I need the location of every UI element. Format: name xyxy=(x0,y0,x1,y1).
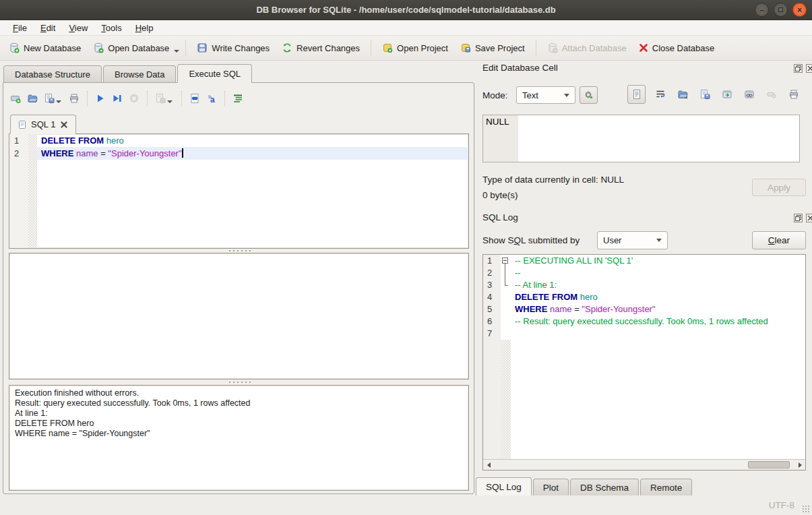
tab-database-structure[interactable]: Database Structure xyxy=(3,65,102,83)
open-sql-file-button[interactable] xyxy=(27,93,38,104)
open-database-button[interactable]: Open Database xyxy=(87,38,175,58)
save-results-icon xyxy=(155,93,166,104)
close-database-button[interactable]: Close Database xyxy=(633,38,721,58)
log-horizontal-scrollbar[interactable] xyxy=(483,459,805,470)
float-panel-icon[interactable] xyxy=(794,214,803,222)
scroll-left-icon[interactable] xyxy=(483,460,494,470)
scrollbar-thumb[interactable] xyxy=(748,461,790,468)
scroll-right-icon[interactable] xyxy=(794,460,805,470)
tab-db-schema[interactable]: DB Schema xyxy=(570,479,639,495)
apply-button[interactable]: Apply xyxy=(752,179,806,196)
import-icon xyxy=(677,89,688,100)
print-sql-button[interactable] xyxy=(69,93,80,104)
close-database-icon xyxy=(639,43,648,53)
execution-message-pane[interactable]: Execution finished without errors. Resul… xyxy=(9,385,469,491)
fold-collapse-icon[interactable] xyxy=(502,258,508,264)
export-cell-data-button[interactable] xyxy=(695,86,714,103)
stop-button[interactable] xyxy=(129,93,139,104)
log-line-1: 1 -- EXECUTING ALL IN 'SQL 1' xyxy=(483,255,805,267)
execute-all-button[interactable] xyxy=(95,93,106,104)
maximize-button[interactable] xyxy=(774,3,788,17)
menu-bar: File Edit View Tools Help xyxy=(0,20,812,36)
log-line-7: 7 xyxy=(483,328,805,340)
new-database-button[interactable]: New Database xyxy=(3,38,87,58)
menu-help[interactable]: Help xyxy=(129,22,160,34)
new-tab-icon xyxy=(10,93,21,104)
text-mode-button[interactable] xyxy=(627,85,646,104)
menu-file[interactable]: File xyxy=(7,22,33,34)
sql-code-editor[interactable]: 1 DELETE FROM hero 2 WHERE name = "Spide… xyxy=(9,133,469,249)
close-panel-icon[interactable] xyxy=(806,214,812,222)
format-indent-icon xyxy=(232,93,243,104)
set-null-button[interactable] xyxy=(762,86,780,103)
dock-tab-bar: SQL Log Plot DB Schema Remote xyxy=(476,477,693,495)
word-wrap-icon xyxy=(655,89,666,100)
tab-browse-data[interactable]: Browse Data xyxy=(103,65,176,83)
close-button[interactable]: × xyxy=(792,3,807,17)
log-line-4: 4 DELETE FROM hero xyxy=(483,291,805,303)
find-button[interactable] xyxy=(189,93,200,104)
tab-execute-sql[interactable]: Execute SQL xyxy=(177,64,252,83)
sql-log-dock-header[interactable]: SQL Log xyxy=(482,212,518,222)
write-changes-button[interactable]: Write Changes xyxy=(191,38,276,58)
save-sql-dropdown-icon[interactable] xyxy=(56,100,61,103)
sql-document-tab[interactable]: SQL 1 xyxy=(10,115,76,134)
close-tab-icon[interactable] xyxy=(59,120,69,129)
tab-plot[interactable]: Plot xyxy=(533,479,569,495)
word-wrap-button[interactable] xyxy=(651,86,669,103)
open-database-icon xyxy=(93,42,104,53)
minimize-button[interactable]: – xyxy=(755,3,769,17)
import-cell-data-button[interactable] xyxy=(673,86,691,103)
stop-icon xyxy=(129,93,139,104)
open-database-dropdown-icon[interactable] xyxy=(174,50,179,53)
print-icon xyxy=(788,89,799,100)
open-project-button[interactable]: Open Project xyxy=(376,38,454,58)
window-title: DB Browser for SQLite - /home/user/code/… xyxy=(256,5,555,15)
print-icon xyxy=(69,93,80,104)
apply-mode-button[interactable] xyxy=(580,86,598,104)
db-browser-window: DB Browser for SQLite - /home/user/code/… xyxy=(0,0,812,515)
log-line-3: 3 -- At line 1: xyxy=(483,279,805,291)
open-in-external-button[interactable] xyxy=(718,86,736,103)
execute-all-icon xyxy=(95,93,106,104)
svg-text:a: a xyxy=(210,95,215,104)
log-filter-select[interactable]: User xyxy=(597,231,668,249)
menu-tools[interactable]: Tools xyxy=(95,22,127,34)
title-bar[interactable]: DB Browser for SQLite - /home/user/code/… xyxy=(0,0,812,20)
copy-link-button[interactable] xyxy=(740,86,758,103)
query-results-pane[interactable] xyxy=(9,253,469,380)
save-results-button[interactable] xyxy=(155,93,166,104)
attach-database-button[interactable]: Attach Database xyxy=(541,38,633,58)
cell-editor[interactable]: NULL xyxy=(482,115,800,162)
save-file-icon xyxy=(44,93,55,104)
save-results-dropdown-icon[interactable] xyxy=(167,100,173,103)
save-sql-file-button[interactable] xyxy=(44,93,55,104)
save-project-icon xyxy=(460,42,471,53)
format-sql-button[interactable] xyxy=(232,93,243,104)
tab-remote[interactable]: Remote xyxy=(640,479,692,495)
cell-size-info: 0 byte(s) xyxy=(482,190,518,200)
editor-line-2: 2 WHERE name = "Spider-Youngster" xyxy=(9,147,468,160)
resize-grip[interactable] xyxy=(802,505,810,513)
cell-value: NULL xyxy=(486,117,509,127)
cell-type-info: Type of data currently in cell: NULL xyxy=(482,175,624,185)
print-cell-button[interactable] xyxy=(784,86,803,103)
new-sql-tab-button[interactable] xyxy=(10,93,21,104)
clear-log-button[interactable]: Clear xyxy=(752,231,806,249)
sql-log-view[interactable]: 1 -- EXECUTING ALL IN 'SQL 1' 2 -- 3 -- … xyxy=(482,254,806,471)
close-panel-icon[interactable] xyxy=(806,64,812,73)
splitter-handle[interactable] xyxy=(9,380,469,384)
execute-current-line-button[interactable] xyxy=(112,93,123,104)
menu-edit[interactable]: Edit xyxy=(34,22,61,34)
autocomplete-button[interactable]: ba xyxy=(206,93,217,104)
float-panel-icon[interactable] xyxy=(794,64,803,73)
menu-view[interactable]: View xyxy=(63,22,94,34)
save-project-button[interactable]: Save Project xyxy=(454,38,531,58)
execute-current-line-icon xyxy=(112,93,123,104)
mode-select[interactable]: Text xyxy=(516,86,575,104)
tab-sql-log[interactable]: SQL Log xyxy=(476,477,532,495)
edit-cell-dock-header[interactable]: Edit Database Cell xyxy=(482,63,558,73)
link-icon xyxy=(744,89,755,100)
revert-changes-button[interactable]: Revert Changes xyxy=(276,38,366,58)
main-tab-bar: Database Structure Browse Data Execute S… xyxy=(3,64,253,83)
